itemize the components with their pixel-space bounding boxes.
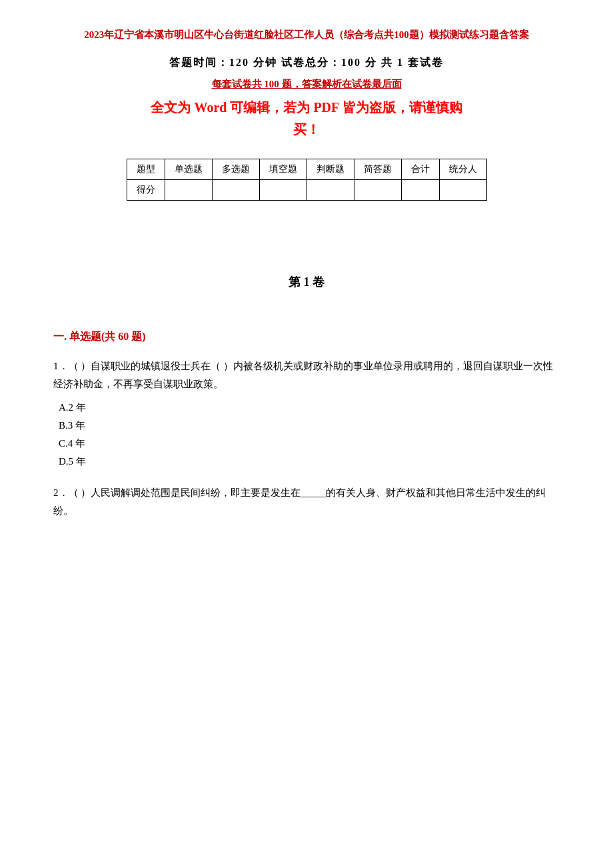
col-scorer: 统分人 bbox=[439, 159, 486, 180]
question-1-option-c: C.4 年 bbox=[59, 435, 560, 453]
score-scorer bbox=[439, 180, 486, 201]
col-type: 题型 bbox=[127, 159, 165, 180]
main-title: 2023年辽宁省本溪市明山区牛心台街道红脸社区工作人员（综合考点共100题）模拟… bbox=[53, 27, 560, 43]
question-block-1: 1．（ ）自谋职业的城镇退役士兵在（ ）内被各级机关或财政补助的事业单位录用或聘… bbox=[53, 357, 560, 471]
exam-info: 答题时间：120 分钟 试卷总分：100 分 共 1 套试卷 bbox=[53, 56, 560, 70]
table-header-row: 题型 单选题 多选题 填空题 判断题 简答题 合计 统分人 bbox=[127, 159, 486, 180]
score-multi bbox=[212, 180, 259, 201]
question-2-text: 2．（ ）人民调解调处范围是民间纠纷，即主要是发生在_____的有关人身、财产权… bbox=[53, 484, 560, 520]
title-section: 2023年辽宁省本溪市明山区牛心台街道红脸社区工作人员（综合考点共100题）模拟… bbox=[53, 27, 560, 139]
score-total bbox=[401, 180, 439, 201]
word-notice-text1: 全文为 Word 可编辑，若为 PDF 皆为盗版，请谨慎购 bbox=[151, 100, 462, 115]
question-1-text: 1．（ ）自谋职业的城镇退役士兵在（ ）内被各级机关或财政补助的事业单位录用或聘… bbox=[53, 357, 560, 393]
volume-title: 第 1 卷 bbox=[53, 274, 560, 290]
score-short bbox=[354, 180, 401, 201]
word-notice-line2: 买！ bbox=[53, 121, 560, 139]
question-1-option-b: B.3 年 bbox=[59, 417, 560, 435]
col-judge: 判断题 bbox=[306, 159, 354, 180]
col-total: 合计 bbox=[401, 159, 439, 180]
table-score-row: 得分 bbox=[127, 180, 486, 201]
section-title: 一. 单选题(共 60 题) bbox=[53, 330, 560, 344]
score-single bbox=[165, 180, 212, 201]
score-fill bbox=[259, 180, 306, 201]
col-short: 简答题 bbox=[354, 159, 401, 180]
question-1-option-a: A.2 年 bbox=[59, 399, 560, 417]
col-multi: 多选题 bbox=[212, 159, 259, 180]
section-divider bbox=[53, 221, 560, 274]
col-fill: 填空题 bbox=[259, 159, 306, 180]
score-table: 题型 单选题 多选题 填空题 判断题 简答题 合计 统分人 得分 bbox=[127, 159, 487, 201]
word-notice-line1: 全文为 Word 可编辑，若为 PDF 皆为盗版，请谨慎购 bbox=[53, 99, 560, 117]
question-1-option-d: D.5 年 bbox=[59, 453, 560, 471]
score-judge bbox=[306, 180, 354, 201]
score-label: 得分 bbox=[127, 180, 165, 201]
exam-note: 每套试卷共 100 题，答案解析在试卷最后面 bbox=[53, 78, 560, 91]
col-single: 单选题 bbox=[165, 159, 212, 180]
score-table-section: 题型 单选题 多选题 填空题 判断题 简答题 合计 统分人 得分 bbox=[53, 159, 560, 201]
page-container: 2023年辽宁省本溪市明山区牛心台街道红脸社区工作人员（综合考点共100题）模拟… bbox=[53, 27, 560, 520]
question-block-2: 2．（ ）人民调解调处范围是民间纠纷，即主要是发生在_____的有关人身、财产权… bbox=[53, 484, 560, 520]
